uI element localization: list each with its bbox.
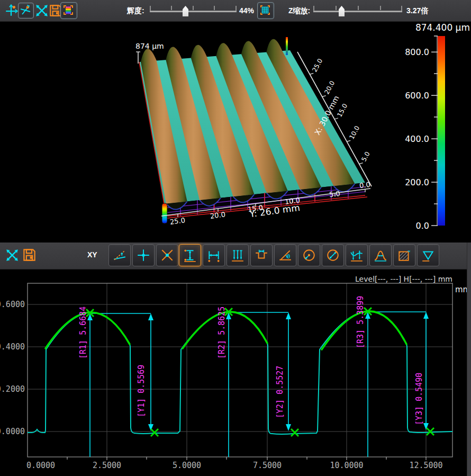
intersection-icon (160, 248, 174, 262)
rotate-3d-button[interactable] (18, 3, 34, 19)
top-toolbar: 辉度: 44% Z缩放: (0, 0, 471, 22)
svg-text:0.6000: 0.6000 (0, 300, 25, 309)
svg-text:10.0: 10.0 (348, 124, 361, 140)
profile-trace (28, 311, 452, 434)
grid-toggle-button[interactable] (257, 2, 274, 19)
z-zoom-slider-thumb[interactable] (339, 6, 345, 16)
z-zoom-slider[interactable] (313, 6, 402, 16)
profilometer-app: 辉度: 44% Z缩放: (0, 0, 471, 476)
svg-text:5.0000: 5.0000 (173, 461, 201, 470)
peak-width-icon (374, 248, 387, 262)
label-y3: [Y3] 0.5490 (414, 373, 424, 425)
flatness-icon (421, 248, 435, 262)
tool-peak-valley-button[interactable] (346, 244, 368, 266)
svg-text:20.0: 20.0 (210, 210, 226, 220)
svg-text:200.0: 200.0 (405, 177, 429, 187)
tool-angle-line-button[interactable] (108, 244, 131, 266)
svg-text:0.0000: 0.0000 (0, 427, 25, 436)
svg-text:400.0: 400.0 (405, 134, 429, 144)
tool-radius-button[interactable] (298, 244, 320, 266)
color-palette-icon (62, 4, 75, 16)
brightness-value: 44% (239, 0, 254, 21)
svg-text:20.0: 20.0 (323, 79, 336, 95)
z-post-front (162, 203, 167, 223)
z-height-label: 874 μm (135, 42, 164, 50)
tool-step-width-button[interactable] (250, 244, 273, 266)
tool-flatness-button[interactable] (417, 244, 439, 266)
surface-3d: 874 μm 25.0 20.0 15.0 10.0 5.0 0.0 Y: 26… (135, 37, 372, 226)
svg-text:5.0: 5.0 (329, 190, 340, 199)
panel-splitter[interactable] (467, 243, 471, 476)
z-zoom-value: 3.27倍 (406, 0, 428, 21)
label-r2: [R2] 5.8625 (217, 307, 227, 359)
diameter-icon (326, 248, 340, 262)
tool-area-button[interactable]: ≈ (393, 244, 415, 266)
peak-valley-icon (350, 248, 364, 262)
radius-icon (302, 248, 316, 262)
svg-text:7.5000: 7.5000 (253, 461, 282, 470)
svg-text:0.0000: 0.0000 (26, 461, 55, 470)
pan-axes-icon[interactable] (4, 4, 18, 17)
rotate-3d-icon (19, 4, 32, 16)
axis-minor-ticks (67, 457, 426, 460)
fit-view-icon[interactable] (35, 4, 49, 17)
svg-text:≈: ≈ (407, 249, 410, 254)
level-status: Level[---, ---] H[---, ---] mm (355, 275, 452, 283)
xy-checkbox-label: XY (87, 244, 97, 265)
z-zoom-label: Z缩放: (288, 0, 310, 21)
brightness-slider[interactable] (150, 6, 237, 16)
step-width-icon (255, 248, 268, 262)
plot-border (28, 283, 452, 457)
tool-intersection-button[interactable] (156, 244, 178, 266)
svg-text:25.0: 25.0 (169, 216, 186, 226)
svg-text:800.0: 800.0 (405, 47, 429, 57)
grid-icon (259, 4, 271, 16)
multi-height-icon (231, 248, 244, 262)
profile-grid (28, 283, 452, 457)
label-r1: [R1] 5.6684 (78, 307, 88, 359)
point-cross-icon (137, 248, 150, 262)
profile-x-ticks: 0.0000 2.5000 5.0000 7.5000 10.0000 12.5… (26, 461, 443, 470)
brightness-label: 辉度: (127, 0, 144, 21)
svg-text:0.0: 0.0 (416, 221, 429, 231)
z-post-back (286, 37, 288, 55)
tool-width-button[interactable] (203, 244, 225, 266)
vertical-height-icon (183, 248, 197, 262)
tool-angle-button[interactable]: θ (274, 244, 296, 266)
svg-text:0.4000: 0.4000 (0, 342, 25, 352)
z-zoom-slider-track[interactable] (313, 11, 402, 12)
profile-plot[interactable]: Level[---, ---] H[---, ---] mm mm 0.6000… (0, 269, 471, 476)
view-3d[interactable]: 874 μm 25.0 20.0 15.0 10.0 5.0 0.0 Y: 26… (0, 21, 471, 243)
svg-text:25.0: 25.0 (311, 57, 324, 73)
tool-diameter-button[interactable] (322, 244, 344, 266)
tool-point-button[interactable] (132, 244, 155, 266)
svg-text:5.0: 5.0 (360, 150, 371, 163)
brightness-slider-track[interactable] (150, 11, 237, 12)
colorbar-gradient (438, 36, 445, 226)
svg-text:600.0: 600.0 (405, 91, 429, 101)
colorbar-title: 874.400 μm (415, 22, 470, 33)
save-profile-icon[interactable] (22, 248, 37, 262)
horizontal-width-icon (207, 248, 221, 262)
tool-peak-width-button[interactable] (369, 244, 392, 266)
svg-text:12.5000: 12.5000 (409, 461, 442, 470)
area-icon: ≈ (397, 248, 411, 262)
fit-profile-icon[interactable] (5, 248, 19, 262)
tool-height-button[interactable] (179, 244, 201, 266)
angle-line-icon (113, 248, 126, 262)
label-y2: [Y2] 0.5527 (275, 366, 285, 418)
svg-text:10.0000: 10.0000 (330, 461, 363, 470)
palette-button[interactable] (60, 2, 77, 19)
svg-text:θ: θ (287, 254, 290, 259)
profile-y-ticks: 0.6000 0.4000 0.2000 0.0000 (0, 300, 25, 436)
brightness-slider-thumb[interactable] (183, 6, 188, 16)
colorbar: 874.400 μm 800.0 600.0 400.0 200.0 0.0 (405, 22, 470, 231)
profile-header: Level[---, ---] H[---, ---] mm mm (355, 275, 470, 294)
svg-text:15.0: 15.0 (336, 102, 349, 118)
svg-text:2.5000: 2.5000 (93, 461, 121, 470)
label-r3: [R3] 5.3899 (356, 296, 365, 348)
tool-multi-height-button[interactable] (227, 244, 249, 266)
label-y1: [Y1] 0.5569 (137, 365, 146, 417)
angle-theta-icon: θ (278, 248, 292, 262)
svg-text:0.2000: 0.2000 (0, 384, 25, 394)
